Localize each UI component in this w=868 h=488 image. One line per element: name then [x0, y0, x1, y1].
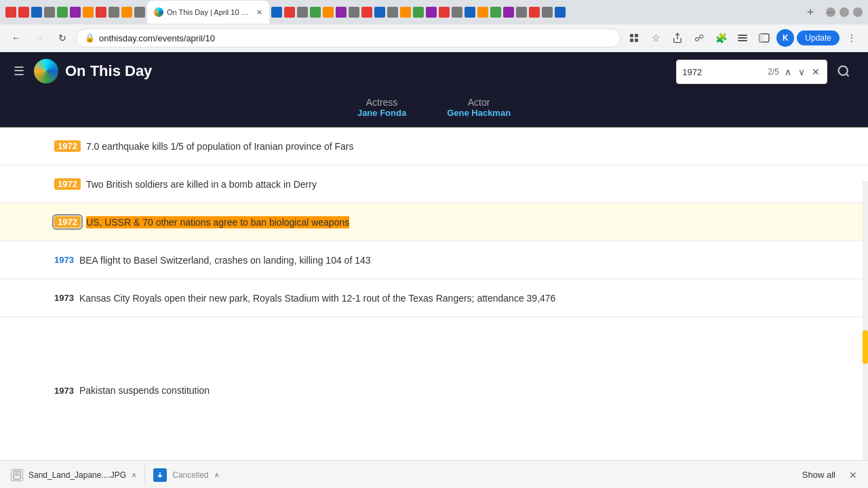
event-row-highlighted: 1972 US, USSR & 70 other nations agree t… — [0, 203, 868, 241]
favicon-tab-5[interactable] — [57, 7, 68, 18]
empty-space — [0, 317, 868, 371]
favicon-tab-more22[interactable] — [542, 7, 553, 18]
favicon-tab-more18[interactable] — [490, 7, 501, 18]
find-input[interactable] — [682, 67, 764, 77]
update-button[interactable]: Update — [797, 30, 840, 45]
favicon-tab-more3[interactable] — [297, 7, 308, 18]
event-year-1972-2: 1972 — [54, 178, 81, 190]
favicon-tab-10[interactable] — [121, 7, 132, 18]
favicon-tab-more8[interactable] — [361, 7, 372, 18]
favicon-tab-6[interactable] — [70, 7, 81, 18]
favicon-tab-more9[interactable] — [374, 7, 385, 18]
event-text-2: Two British soldiers are killed in a bom… — [86, 179, 317, 190]
favicon-tab-more16[interactable] — [465, 7, 475, 18]
category-actress[interactable]: Actress Jane Fonda — [337, 90, 427, 127]
favicon-tab-more12[interactable] — [413, 7, 424, 18]
download-divider — [144, 465, 145, 485]
extension-icon[interactable]: 🧩 — [711, 28, 730, 47]
show-all-button[interactable]: Show all — [802, 470, 835, 480]
event-text-4: BEA flight to Basel Switzerland, crashes… — [79, 255, 371, 266]
forward-button[interactable]: → — [30, 28, 49, 47]
favicon-tab-1[interactable] — [5, 7, 16, 18]
sidebar-icon[interactable] — [755, 28, 774, 47]
favicon-tab-11[interactable] — [134, 7, 145, 18]
favicon-tab-more4[interactable] — [310, 7, 321, 18]
category-actor[interactable]: Actor Gene Hackman — [427, 90, 531, 127]
favicon-tab-more2[interactable] — [284, 7, 295, 18]
actor-name: Gene Hackman — [447, 108, 511, 118]
page-scrollbar[interactable] — [863, 181, 868, 488]
close-download-bar-button[interactable]: ✕ — [849, 470, 857, 481]
star-icon[interactable]: ☍ — [690, 28, 709, 47]
download-expand-button[interactable]: ∧ — [132, 471, 136, 479]
favicon-tab-4[interactable] — [44, 7, 55, 18]
favicon-tab-more14[interactable] — [439, 7, 450, 18]
search-icon[interactable] — [833, 60, 854, 82]
event-text-3: US, USSR & 70 other nations agree to ban… — [86, 217, 349, 228]
minimize-button[interactable]: — — [826, 7, 835, 17]
hamburger-menu-button[interactable]: ☰ — [14, 64, 24, 79]
profile-avatar[interactable]: K — [776, 29, 794, 47]
svg-rect-6 — [738, 37, 747, 39]
event-text-6: Pakistan suspends constitution — [79, 385, 210, 396]
svg-rect-3 — [635, 39, 638, 42]
svg-point-10 — [839, 66, 848, 75]
favicon-tab-more7[interactable] — [349, 7, 359, 18]
favicon-tab-more17[interactable] — [477, 7, 488, 18]
active-tab[interactable]: On This Day | April 10 Events ✕ — [147, 1, 269, 24]
site-title: On This Day — [65, 62, 152, 80]
download-item-1: Sand_Land_Japane....JPG ∧ — [11, 469, 136, 481]
svg-line-11 — [846, 74, 849, 77]
favicon-tab-7[interactable] — [83, 7, 94, 18]
svg-rect-5 — [738, 35, 747, 36]
find-prev-button[interactable]: ∧ — [783, 65, 793, 79]
favicon-tab-more23[interactable] — [555, 7, 566, 18]
logo-icon — [34, 59, 58, 83]
download-bar: Sand_Land_Japane....JPG ∧ Cancelled ∧ Sh… — [0, 460, 868, 488]
favicon-tab-2[interactable] — [18, 7, 29, 18]
new-tab-button[interactable]: + — [802, 4, 818, 20]
event-row: 1973 Kansas City Royals open their new p… — [0, 279, 868, 317]
download-item2-expand[interactable]: ∧ — [214, 471, 219, 479]
find-count: 2/5 — [768, 67, 779, 77]
chrome-extensions-icon[interactable] — [625, 28, 644, 47]
favicon-tab-more11[interactable] — [400, 7, 411, 18]
favicon-tab-more19[interactable] — [503, 7, 514, 18]
bookmark-icon[interactable]: ☆ — [646, 28, 665, 47]
reload-button[interactable]: ↻ — [53, 28, 72, 47]
favicon-tab-8[interactable] — [96, 7, 106, 18]
favicon-tab-more21[interactable] — [529, 7, 540, 18]
events-list: 1972 7.0 earthquake kills 1/5 of populat… — [0, 127, 868, 409]
event-year-1972-3: 1972 — [54, 216, 81, 228]
favicon-tab-9[interactable] — [108, 7, 119, 18]
address-text: onthisday.com/events/april/10 — [99, 33, 215, 43]
active-tab-close[interactable]: ✕ — [256, 8, 262, 17]
find-close-button[interactable]: ✕ — [810, 65, 821, 79]
favicon-tab-more20[interactable] — [516, 7, 527, 18]
actress-name: Jane Fonda — [357, 108, 406, 118]
share-icon[interactable] — [668, 28, 687, 47]
tab-groups-icon[interactable] — [733, 28, 752, 47]
svg-rect-2 — [630, 39, 633, 42]
back-button[interactable]: ← — [7, 28, 26, 47]
favicon-tab-more10[interactable] — [387, 7, 398, 18]
menu-icon[interactable]: ⋮ — [842, 28, 861, 47]
find-next-button[interactable]: ∨ — [797, 65, 806, 79]
favicon-tab-more6[interactable] — [336, 7, 347, 18]
event-row: 1973 BEA flight to Basel Switzerland, cr… — [0, 241, 868, 279]
download-filename: Sand_Land_Japane....JPG — [28, 470, 126, 480]
maximize-button[interactable] — [840, 7, 849, 17]
site-logo: On This Day — [34, 59, 152, 83]
favicon-tab-more5[interactable] — [323, 7, 334, 18]
favicon-tab-3[interactable] — [31, 7, 42, 18]
find-bar: 2/5 ∧ ∨ ✕ — [676, 60, 827, 84]
scrollbar-thumb[interactable] — [863, 330, 868, 364]
lock-icon: 🔒 — [85, 33, 95, 43]
favicon-tab-more13[interactable] — [426, 7, 437, 18]
event-year-1973-2: 1973 — [54, 293, 74, 303]
svg-rect-0 — [630, 34, 633, 37]
event-year-1972-1: 1972 — [54, 140, 81, 152]
close-button[interactable] — [853, 7, 863, 17]
favicon-tab-more15[interactable] — [452, 7, 462, 18]
favicon-tab-more1[interactable] — [271, 7, 282, 18]
